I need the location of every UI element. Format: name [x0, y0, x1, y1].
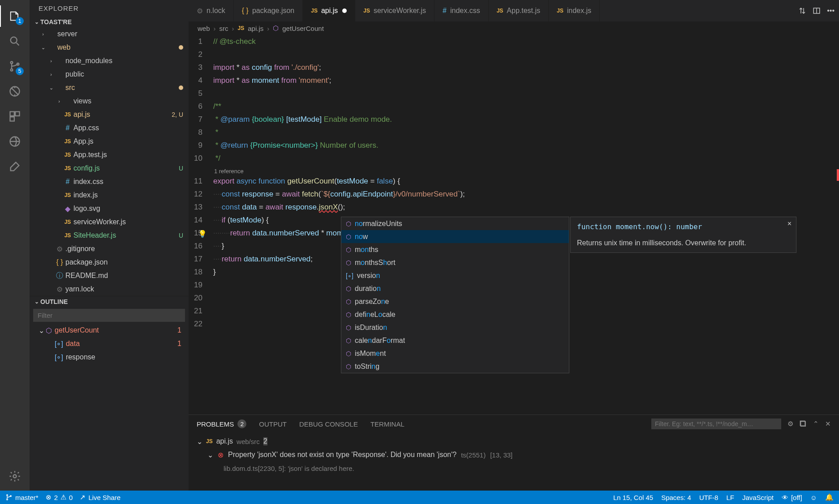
outline-item[interactable]: [∘]response — [30, 350, 189, 364]
suggest-item[interactable]: ⬡months — [341, 243, 569, 256]
file-item[interactable]: ⚙.gitignore — [30, 242, 189, 256]
project-section-header[interactable]: ⌄ TOAST'RE — [30, 17, 189, 27]
editor-area: ⚙n.lock{ }package.jsonJSapi.jsJSserviceW… — [189, 0, 839, 491]
folder-item[interactable]: ›node_modules — [30, 54, 189, 68]
editor-tab[interactable]: JSindex.js — [549, 0, 600, 21]
breadcrumbs[interactable]: web › src › JS api.js › ⬡ getUserCount — [189, 21, 839, 35]
panel-tab[interactable]: TERMINAL — [370, 420, 404, 428]
file-item[interactable]: JSApp.js — [30, 135, 189, 148]
file-item[interactable]: ⚙yarn.lock — [30, 282, 189, 296]
problem-file-row[interactable]: ⌄ JS api.js web/src 2 — [197, 435, 831, 448]
outline-title: OUTLINE — [40, 298, 68, 305]
intellisense-doc: × function moment.now(): number Returns … — [570, 217, 796, 253]
cursor-position[interactable]: Ln 15, Col 45 — [613, 494, 653, 501]
breadcrumb-item[interactable]: src — [219, 25, 228, 32]
file-item[interactable]: ⓘREADME.md — [30, 269, 189, 282]
eol[interactable]: LF — [726, 494, 734, 501]
suggest-item[interactable]: ⬡toString — [341, 360, 569, 373]
share-icon: ↗ — [80, 493, 86, 501]
panel-tab[interactable]: DEBUG CONSOLE — [299, 420, 358, 428]
file-item[interactable]: JSindex.js — [30, 188, 189, 202]
chevron-up-icon[interactable]: ⌃ — [813, 420, 819, 428]
folder-item[interactable]: ⌄web — [30, 41, 189, 54]
suggest-item[interactable]: ⬡normalizeUnits — [341, 217, 569, 230]
file-item[interactable]: ◆logo.svg — [30, 202, 189, 215]
breadcrumb-item[interactable]: web — [198, 25, 210, 32]
outline-filter-input[interactable] — [33, 309, 185, 322]
lightbulb-icon[interactable]: 💡 — [198, 227, 207, 240]
compare-icon[interactable] — [798, 7, 806, 15]
codelens[interactable]: 1 reference — [213, 165, 839, 175]
breadcrumb-item[interactable]: getUserCount — [282, 25, 324, 32]
activity-bar: 1 5 — [0, 0, 30, 491]
file-item[interactable]: JSserviceWorker.js — [30, 215, 189, 229]
problem-row[interactable]: ⌄ ⊗ Property 'jsonX' does not exist on t… — [197, 448, 831, 461]
extensions-icon[interactable] — [4, 106, 26, 127]
editor-tab[interactable]: JSapi.js — [303, 0, 355, 21]
suggest-item[interactable]: ⬡isMoment — [341, 347, 569, 360]
suggest-item[interactable]: [∘]version — [341, 269, 569, 282]
intellisense-popup[interactable]: ⬡normalizeUnits⬡now⬡months⬡monthsShort[∘… — [341, 217, 569, 373]
settings-icon[interactable] — [4, 466, 26, 487]
share-icon[interactable] — [4, 156, 26, 177]
source-control-icon[interactable]: 5 — [4, 56, 26, 77]
collapse-icon[interactable] — [800, 420, 807, 427]
panel-tab[interactable]: PROBLEMS2 — [197, 419, 246, 428]
folder-item[interactable]: ⌄src — [30, 81, 189, 94]
folder-item[interactable]: ›server — [30, 27, 189, 41]
outline-section: ⌄ OUTLINE ⌄⬡getUserCount1[∘]data1[∘]resp… — [30, 296, 189, 364]
problems-filter-input[interactable] — [651, 419, 781, 429]
close-panel-icon[interactable]: ✕ — [825, 420, 831, 428]
bell-icon[interactable]: 🔔 — [825, 493, 834, 501]
problem-related-row[interactable]: lib.dom.d.ts[2230, 5]: 'json' is declare… — [197, 461, 831, 475]
editor-tab[interactable]: #index.css — [435, 0, 489, 21]
live-share[interactable]: ↗Live Share — [80, 493, 120, 501]
breadcrumb-item[interactable]: api.js — [248, 25, 263, 32]
suggest-item[interactable]: ⬡isDuration — [341, 321, 569, 334]
suggest-item[interactable]: ⬡defineLocale — [341, 308, 569, 321]
feedback[interactable]: 👁[off] — [782, 494, 802, 501]
editor-tab[interactable]: JSserviceWorker.js — [355, 0, 435, 21]
search-icon[interactable] — [4, 30, 26, 52]
outline-tree: ⌄⬡getUserCount1[∘]data1[∘]response — [30, 324, 189, 364]
file-item[interactable]: JSSiteHeader.jsU — [30, 229, 189, 242]
svg-point-14 — [7, 499, 8, 500]
outline-header[interactable]: ⌄ OUTLINE — [30, 296, 189, 307]
folder-item[interactable]: ›public — [30, 68, 189, 81]
folder-item[interactable]: ›views — [30, 94, 189, 108]
editor-tab[interactable]: { }package.json — [234, 0, 303, 21]
suggest-item[interactable]: ⬡duration — [341, 282, 569, 295]
file-item[interactable]: #index.css — [30, 175, 189, 188]
smile-icon[interactable]: ☺ — [810, 494, 817, 501]
suggest-item[interactable]: ⬡calendarFormat — [341, 334, 569, 347]
editor-tab[interactable]: ⚙n.lock — [189, 0, 234, 21]
file-item[interactable]: JSApp.test.js — [30, 148, 189, 162]
explorer-icon[interactable]: 1 — [4, 5, 26, 27]
problems-status[interactable]: ⊗2 ⚠0 — [46, 493, 73, 501]
panel-tab[interactable]: OUTPUT — [259, 420, 287, 428]
language-mode[interactable]: JavaScript — [742, 494, 774, 501]
suggest-item[interactable]: ⬡parseZone — [341, 295, 569, 308]
doc-signature: function moment.now(): number — [577, 222, 790, 231]
suggest-item[interactable]: ⬡now — [341, 230, 569, 243]
outline-item[interactable]: [∘]data1 — [30, 337, 189, 350]
close-icon[interactable]: × — [787, 220, 792, 228]
git-branch[interactable]: master* — [5, 494, 39, 501]
remote-icon[interactable] — [4, 131, 26, 152]
minimap-error-marker[interactable] — [837, 169, 839, 181]
file-item[interactable]: #App.css — [30, 121, 189, 135]
suggest-item[interactable]: ⬡monthsShort — [341, 256, 569, 269]
indentation[interactable]: Spaces: 4 — [661, 494, 691, 501]
split-editor-icon[interactable] — [813, 7, 821, 15]
debug-icon[interactable] — [4, 81, 26, 102]
editor-tab[interactable]: JSApp.test.js — [489, 0, 549, 21]
outline-item[interactable]: ⌄⬡getUserCount1 — [30, 324, 189, 337]
problem-related: lib.dom.d.ts[2230, 5]: 'json' is declare… — [224, 465, 354, 472]
more-icon[interactable]: ••• — [827, 7, 835, 15]
file-item[interactable]: JSapi.js2, U — [30, 108, 189, 121]
encoding[interactable]: UTF-8 — [699, 494, 719, 501]
filter-settings-icon[interactable]: ⚙ — [787, 420, 793, 428]
file-item[interactable]: JSconfig.jsU — [30, 162, 189, 175]
file-item[interactable]: { }package.json — [30, 256, 189, 269]
project-name: TOAST'RE — [40, 18, 72, 26]
